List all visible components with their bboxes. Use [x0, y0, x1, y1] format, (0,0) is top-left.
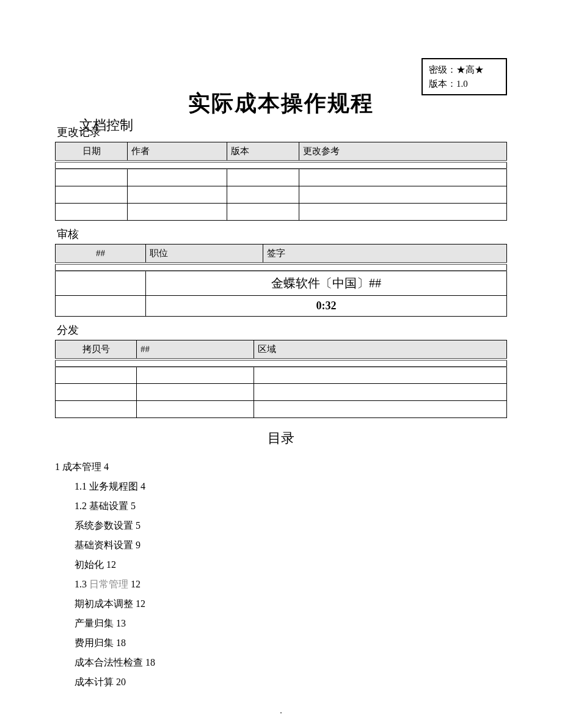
toc-item: 成本合法性检查 18: [75, 653, 507, 672]
level-label: 密级：: [429, 63, 456, 77]
change-log-table: 日期 作者 版本 更改参考: [55, 142, 507, 221]
level-value: ★高★: [456, 63, 484, 77]
review-header-sign: 签字: [263, 244, 506, 263]
change-log-header-version: 版本: [227, 142, 299, 162]
toc-item: 费用归集 18: [75, 633, 507, 653]
table-row: [56, 367, 507, 384]
toc-item: 产量归集 13: [75, 614, 507, 633]
distribute-table: 拷贝号 ## 区域: [55, 340, 507, 419]
footer-dot: .: [280, 706, 282, 716]
doc-control-label: 文档控制: [79, 116, 133, 134]
change-log-header-date: 日期: [56, 142, 128, 162]
table-row: [56, 401, 507, 418]
version-value: 1.0: [456, 77, 468, 91]
change-log-header-author: 作者: [128, 142, 227, 162]
toc-item: 基础资料设置 9: [75, 535, 507, 555]
table-row: [56, 169, 507, 186]
toc-list: 1 成本管理 4 1.1 业务规程图 4 1.2 基础设置 5 系统参数设置 5…: [55, 457, 507, 692]
table-divider-row: [56, 263, 507, 271]
toc-item: 初始化 12: [75, 555, 507, 575]
time-text: 0:32: [150, 300, 503, 312]
distribute-header-copy: 拷贝号: [56, 340, 137, 359]
toc-item: 系统参数设置 5: [75, 516, 507, 535]
classification-box: 密级： ★高★ 版本： 1.0: [422, 58, 507, 95]
toc-item: 1.2 基础设置 5: [75, 496, 507, 516]
table-divider-row: [56, 161, 507, 169]
company-text: 金蝶软件〔中国〕##: [150, 275, 503, 292]
version-label: 版本：: [429, 77, 456, 91]
review-table: ## 职位 签字 金蝶软件〔中国〕## 0:32: [55, 244, 507, 317]
table-row: [56, 203, 507, 220]
distribute-header-id: ##: [137, 340, 254, 359]
review-header-id: ##: [56, 244, 146, 263]
review-header-position: 职位: [145, 244, 263, 263]
table-row: 金蝶软件〔中国〕##: [56, 271, 507, 296]
toc-item: 1 成本管理 4: [55, 457, 507, 477]
table-divider-row: [56, 359, 507, 367]
table-row: 0:32: [56, 295, 507, 316]
toc-item: 期初成本调整 12: [75, 594, 507, 614]
distribute-header-area: 区域: [254, 340, 507, 359]
toc-item: 成本计算 20: [75, 672, 507, 692]
distribute-label: 分发: [57, 323, 507, 337]
toc-title: 目录: [55, 429, 507, 447]
toc-item: 1.3 日常管理 12: [75, 575, 507, 594]
toc-item-gray: 日常管理: [89, 579, 128, 589]
toc-item: 1.1 业务规程图 4: [75, 477, 507, 496]
table-row: [56, 384, 507, 401]
review-label: 审核: [57, 227, 507, 241]
table-row: [56, 186, 507, 203]
change-log-header-ref: 更改参考: [299, 142, 507, 162]
